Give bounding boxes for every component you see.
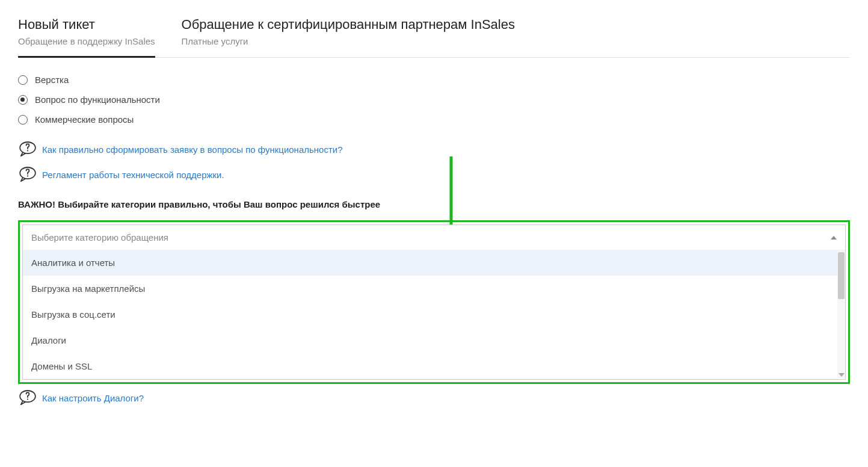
svg-point-1 — [27, 150, 28, 151]
help-link[interactable]: Как настроить Диалоги? — [42, 393, 144, 403]
help-link[interactable]: Регламент работы технической поддержки. — [42, 170, 224, 180]
dropdown-highlight-annotation: Выберите категорию обращения Аналитика и… — [18, 220, 850, 384]
radio-icon — [18, 115, 28, 125]
help-link-item: Регламент работы технической поддержки. — [18, 167, 439, 182]
tab-subtitle: Платные услуги — [182, 36, 515, 46]
help-link-item: Как правильно сформировать заявку в вопр… — [18, 141, 439, 157]
category-dropdown[interactable]: Выберите категорию обращения Аналитика и… — [22, 224, 846, 380]
dropdown-placeholder: Выберите категорию обращения — [31, 232, 168, 243]
tab-new-ticket[interactable]: Новый тикет Обращение в поддержку InSale… — [18, 17, 168, 57]
chevron-up-icon — [831, 236, 837, 240]
question-bubble-icon — [18, 390, 37, 406]
scrollbar-arrow-down-icon[interactable] — [839, 373, 845, 377]
dropdown-option[interactable]: Домены и SSL — [23, 353, 845, 379]
dropdown-header[interactable]: Выберите категорию обращения — [23, 225, 845, 250]
radio-label: Вопрос по функциональности — [35, 94, 160, 105]
dropdown-options-list: Аналитика и отчеты Выгрузка на маркетпле… — [23, 250, 845, 379]
svg-point-7 — [27, 398, 28, 400]
help-links-section: Как правильно сформировать заявку в вопр… — [18, 141, 439, 182]
tab-certified-partners[interactable]: Обращение к сертифицированным партнерам … — [182, 17, 528, 57]
help-link-item: Как настроить Диалоги? — [18, 390, 850, 406]
tab-title: Обращение к сертифицированным партнерам … — [182, 17, 515, 32]
scrollbar-thumb[interactable] — [838, 252, 845, 299]
svg-point-3 — [27, 175, 28, 176]
tabs-container: Новый тикет Обращение в поддержку InSale… — [18, 17, 850, 58]
ticket-type-radio-group: Верстка Вопрос по функциональности Комме… — [18, 75, 850, 125]
radio-label: Коммерческие вопросы — [35, 114, 134, 125]
dropdown-option[interactable]: Выгрузка в соц.сети — [23, 302, 845, 327]
dropdown-option[interactable]: Выгрузка на маркетплейсы — [23, 276, 845, 302]
dropdown-option[interactable]: Аналитика и отчеты — [23, 250, 845, 276]
question-bubble-icon — [18, 141, 37, 157]
radio-label: Верстка — [35, 75, 69, 85]
tab-title: Новый тикет — [18, 17, 155, 32]
question-bubble-icon — [18, 167, 37, 182]
radio-icon — [18, 95, 28, 105]
scrollbar-track[interactable] — [837, 251, 845, 378]
radio-icon — [18, 75, 28, 85]
help-link[interactable]: Как правильно сформировать заявку в вопр… — [42, 144, 343, 155]
tab-subtitle: Обращение в поддержку InSales — [18, 36, 155, 46]
dropdown-option[interactable]: Диалоги — [23, 327, 845, 353]
radio-functionality[interactable]: Вопрос по функциональности — [18, 94, 850, 105]
radio-commercial[interactable]: Коммерческие вопросы — [18, 114, 850, 125]
radio-layout[interactable]: Верстка — [18, 75, 850, 85]
important-label: ВАЖНО! Выбирайте категории правильно, чт… — [18, 199, 850, 209]
